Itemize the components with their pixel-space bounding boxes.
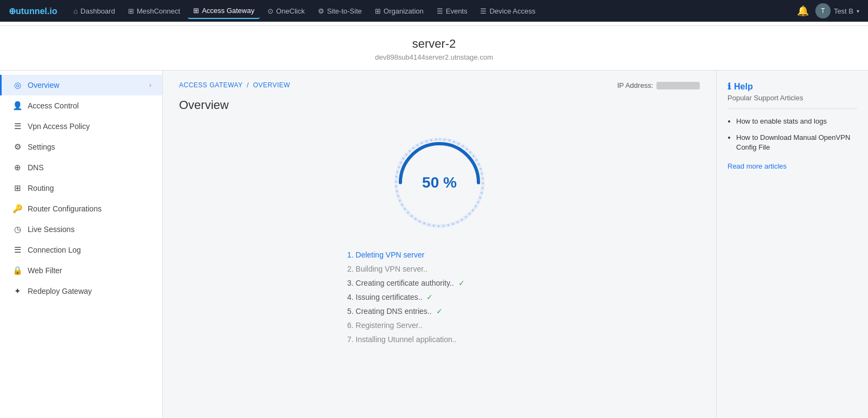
help-article-2: How to Download Manual OpenVPN Config Fi… [736,133,857,152]
breadcrumb: ACCESS GATEWAY / OVERVIEW [179,81,290,89]
routing-icon: ⊞ [12,183,22,193]
nav-device-access[interactable]: ☰ Device Access [475,4,541,18]
sidebar: ◎ Overview › 👤 Access Control ☰ Vpn Acce… [0,70,163,418]
nav-oneclick[interactable]: ⊙ OneClick [262,4,310,18]
chevron-right-icon: › [149,81,151,89]
sidebar-item-settings[interactable]: ⚙ Settings [0,137,162,157]
oneclick-icon: ⊙ [267,7,273,15]
events-icon: ☰ [437,7,443,15]
help-circle-icon: ℹ [727,81,731,92]
chevron-down-icon: ▾ [857,8,859,14]
sidebar-item-live-sessions[interactable]: ◷ Live Sessions [0,219,162,240]
step-1: 1. Deleting VPN server [347,248,532,262]
ip-value [656,82,700,89]
step-7: 7. Installing Utunnel application.. [347,332,532,346]
user-menu-button[interactable]: T Test B ▾ [815,3,859,18]
sidebar-item-routing[interactable]: ⊞ Routing [0,178,162,198]
content-main: ACCESS GATEWAY / OVERVIEW IP Address: Ov… [163,70,716,418]
sidebar-item-redeploy-gateway[interactable]: ✦ Redeploy Gateway [0,281,162,301]
progress-section: 50 % 1. Deleting VPN server 2. Building … [179,123,700,363]
check-icon-3: ✓ [436,307,443,316]
nav-organization[interactable]: ⊞ Organization [369,4,429,18]
access-gateway-icon: ⊞ [193,7,199,15]
meshconnect-icon: ⊞ [128,7,134,15]
settings-icon: ⚙ [12,142,22,152]
page-title: Overview [179,98,700,112]
step-2: 2. Building VPN server.. [347,262,532,276]
device-access-icon: ☰ [480,7,487,15]
step-5: 5. Creating DNS entries.. ✓ [347,304,532,318]
live-sessions-icon: ◷ [12,224,22,234]
help-subtitle: Popular Support Articles [727,94,857,102]
step-3: 3. Creating certificate authority.. ✓ [347,276,532,290]
organization-icon: ⊞ [375,7,381,15]
nav-dashboard[interactable]: ⌂ Dashboard [68,4,120,18]
server-name: server-2 [0,37,868,51]
server-header: server-2 dev898sub4144server2.utnstage.c… [0,26,868,70]
step-4: 4. Issuing certificates.. ✓ [347,290,532,304]
sidebar-item-vpn-access-policy[interactable]: ☰ Vpn Access Policy [0,116,162,137]
ip-address-row: IP Address: [617,81,700,89]
connection-log-icon: ☰ [12,245,22,255]
main-layout: ◎ Overview › 👤 Access Control ☰ Vpn Acce… [0,70,868,418]
site-to-site-icon: ⚙ [318,7,324,15]
dashboard-icon: ⌂ [73,7,78,15]
progress-percent: 50 % [422,174,457,191]
help-divider [727,108,857,109]
help-articles-list: How to enable stats and logs How to Down… [727,117,857,153]
content-and-help: ACCESS GATEWAY / OVERVIEW IP Address: Ov… [163,70,868,418]
sidebar-item-connection-log[interactable]: ☰ Connection Log [0,240,162,260]
server-domain: dev898sub4144server2.utnstage.com [0,53,868,61]
help-article-1: How to enable stats and logs [736,117,857,126]
nav-site-to-site[interactable]: ⚙ Site-to-Site [312,4,367,18]
check-icon: ✓ [458,279,465,287]
step-6: 6. Registering Server.. [347,318,532,332]
help-panel: ℹ Help Popular Support Articles How to e… [716,70,868,418]
dns-icon: ⊕ [12,163,22,172]
access-control-icon: 👤 [12,101,22,111]
help-article-2-link[interactable]: How to Download Manual OpenVPN Config Fi… [736,133,850,151]
top-navigation: ⊕utunnel.io ⌂ Dashboard ⊞ MeshConnect ⊞ … [0,0,868,22]
sidebar-item-access-control[interactable]: 👤 Access Control [0,95,162,116]
notification-icon[interactable]: 🔔 [797,5,809,17]
read-more-link[interactable]: Read more articles [727,162,787,170]
overview-icon: ◎ [12,80,22,90]
help-title: ℹ Help [727,81,857,92]
nav-right: 🔔 T Test B ▾ [797,3,859,18]
sidebar-item-web-filter[interactable]: 🔒 Web Filter [0,260,162,281]
steps-list: 1. Deleting VPN server 2. Building VPN s… [347,248,532,346]
web-filter-icon: 🔒 [12,266,22,275]
progress-circle: 50 % [391,134,488,231]
step-1-link[interactable]: Deleting VPN server [356,250,425,259]
nav-access-gateway[interactable]: ⊞ Access Gateway [188,3,260,19]
check-icon-2: ✓ [426,293,433,301]
nav-events[interactable]: ☰ Events [431,4,473,18]
help-article-1-link[interactable]: How to enable stats and logs [736,117,827,125]
router-config-icon: 🔑 [12,204,22,214]
vpn-policy-icon: ☰ [12,121,22,131]
sidebar-item-overview[interactable]: ◎ Overview › [0,75,162,95]
logo[interactable]: ⊕utunnel.io [9,6,57,16]
sidebar-item-router-configurations[interactable]: 🔑 Router Configurations [0,198,162,219]
redeploy-icon: ✦ [12,286,22,296]
nav-meshconnect[interactable]: ⊞ MeshConnect [123,4,186,18]
avatar: T [815,3,831,18]
sidebar-item-dns[interactable]: ⊕ DNS [0,157,162,178]
